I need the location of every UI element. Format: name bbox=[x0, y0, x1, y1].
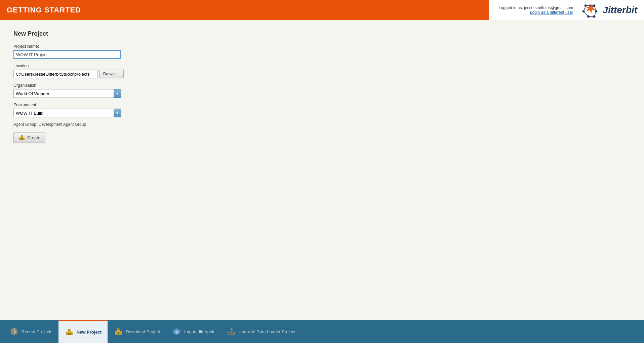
location-group: Location Browse... bbox=[13, 64, 631, 78]
environment-select[interactable]: WOW IT Build bbox=[13, 109, 121, 117]
recent-projects-button[interactable]: Recent Projects bbox=[3, 320, 58, 343]
svg-line-11 bbox=[594, 11, 596, 16]
location-input[interactable] bbox=[13, 70, 97, 78]
create-button-label: Create bbox=[27, 135, 40, 140]
organization-select-wrapper: World Of Wonder ▼ bbox=[13, 89, 121, 98]
svg-rect-30 bbox=[230, 333, 232, 334]
user-info: Logged in as: jesse.smith.fns@gmail.com … bbox=[499, 5, 573, 15]
jitterbit-logo: Jitterbit bbox=[580, 2, 637, 18]
login-as-different-user-link[interactable]: Login as a different user bbox=[499, 10, 573, 15]
agent-group-text: Agent Group: Development Agent Group bbox=[13, 122, 631, 127]
download-project-label: Download Project bbox=[126, 329, 160, 334]
recent-projects-label: Recent Projects bbox=[22, 329, 52, 334]
svg-text:J: J bbox=[176, 331, 177, 334]
create-icon bbox=[18, 134, 25, 141]
organization-group: Organization World Of Wonder ▼ bbox=[13, 83, 631, 98]
download-project-button[interactable]: Download Project bbox=[108, 320, 166, 343]
upgrade-data-loader-button[interactable]: Upgrade Data Loader Project bbox=[220, 320, 301, 343]
svg-rect-15 bbox=[21, 135, 23, 137]
new-project-icon bbox=[65, 328, 74, 337]
location-label: Location bbox=[13, 64, 631, 68]
svg-rect-20 bbox=[68, 329, 70, 331]
import-jitterpak-icon: J bbox=[172, 327, 182, 336]
project-name-label: Project Name: bbox=[13, 44, 631, 49]
svg-point-4 bbox=[595, 10, 598, 12]
logged-in-label: Logged in as: jesse.smith.fns@gmail.com bbox=[499, 5, 573, 10]
svg-rect-29 bbox=[228, 333, 230, 334]
import-jitterpak-button[interactable]: J Import Jitterpak bbox=[166, 320, 220, 343]
environment-select-wrapper: WOW IT Build ▼ bbox=[13, 109, 121, 117]
environment-label: Environment bbox=[13, 103, 631, 107]
bottom-toolbar: Recent Projects New Project Download Pro… bbox=[0, 320, 644, 343]
new-project-label: New Project bbox=[77, 330, 102, 335]
page-title: GETTING STARTED bbox=[7, 6, 81, 14]
browse-button[interactable]: Browse... bbox=[99, 70, 124, 78]
svg-rect-31 bbox=[232, 333, 234, 334]
organization-label: Organization bbox=[13, 83, 631, 88]
header-right-area: Logged in as: jesse.smith.fns@gmail.com … bbox=[489, 0, 644, 20]
form-section-title: New Project bbox=[13, 30, 631, 37]
svg-line-10 bbox=[583, 11, 589, 16]
environment-group: Environment WOW IT Build ▼ bbox=[13, 103, 631, 117]
logo-icon bbox=[580, 2, 600, 18]
organization-select[interactable]: World Of Wonder bbox=[13, 89, 121, 98]
download-project-icon bbox=[114, 327, 123, 336]
svg-rect-16 bbox=[21, 138, 23, 140]
logo-text: Jitterbit bbox=[603, 5, 637, 15]
svg-rect-24 bbox=[117, 328, 119, 330]
project-name-group: Project Name: bbox=[13, 44, 631, 59]
new-project-button[interactable]: New Project bbox=[58, 320, 108, 343]
recent-projects-icon bbox=[9, 327, 19, 336]
svg-line-9 bbox=[594, 6, 596, 11]
import-jitterpak-label: Import Jitterpak bbox=[184, 329, 214, 334]
main-header: GETTING STARTED Logged in as: jesse.smit… bbox=[0, 0, 644, 20]
location-row: Browse... bbox=[13, 70, 631, 78]
upgrade-data-loader-icon bbox=[227, 327, 236, 336]
main-content: New Project Project Name: Location Brows… bbox=[0, 20, 644, 320]
svg-marker-0 bbox=[586, 3, 596, 14]
create-button[interactable]: Create bbox=[13, 132, 45, 143]
project-name-input[interactable] bbox=[13, 50, 121, 59]
svg-line-8 bbox=[583, 6, 586, 11]
svg-rect-21 bbox=[68, 333, 71, 335]
upgrade-data-loader-label: Upgrade Data Loader Project bbox=[239, 329, 295, 334]
